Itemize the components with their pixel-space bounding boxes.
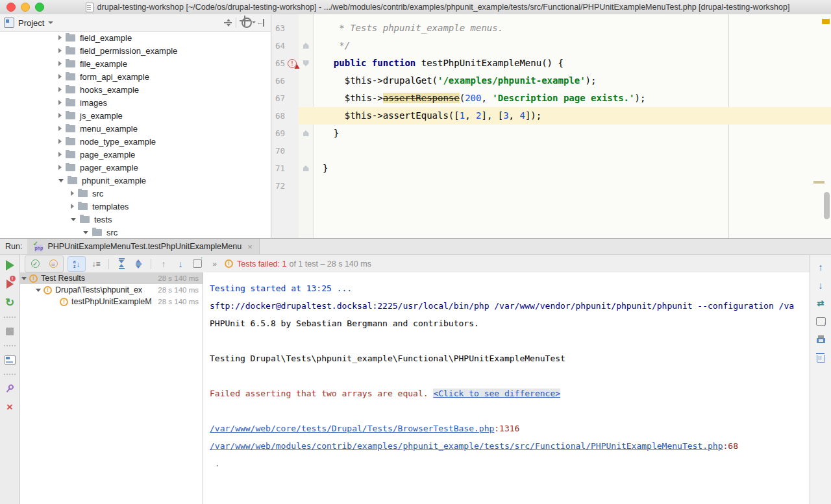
project-tree-item[interactable]: menu_example xyxy=(0,122,271,135)
fold-down-icon[interactable] xyxy=(303,60,309,66)
rerun-failed-tests-button[interactable]: ! xyxy=(6,278,14,291)
console-link[interactable]: /var/www/web/modules/contrib/examples/ph… xyxy=(210,441,723,451)
project-tree-item[interactable]: phpunit_example xyxy=(0,174,271,187)
project-tree-item[interactable]: form_api_example xyxy=(0,70,271,83)
chevron-right-icon[interactable] xyxy=(58,48,62,53)
sort-by-duration-button[interactable]: ↓≡ xyxy=(90,258,103,270)
chevron-down-icon[interactable] xyxy=(83,231,88,234)
chevron-right-icon[interactable] xyxy=(71,204,74,209)
editor-line[interactable]: 63 * Tests phpunit_example menus. xyxy=(271,19,831,37)
test-tree-row[interactable]: !testPhpUnitExampleM28 s 140 ms xyxy=(20,296,203,307)
project-tree-item[interactable]: node_type_example xyxy=(0,135,271,148)
project-tree-item[interactable]: page_example xyxy=(0,148,271,161)
sort-alphabetically-button[interactable]: az↓ xyxy=(68,256,86,272)
editor-line[interactable]: 69 } xyxy=(271,125,831,142)
editor-line[interactable]: 64 */ xyxy=(271,37,831,54)
code-text: */ xyxy=(313,37,831,54)
chevron-right-icon[interactable] xyxy=(58,165,62,170)
chevron-down-icon[interactable] xyxy=(71,218,76,221)
close-panel-button[interactable]: × xyxy=(6,401,13,414)
chevron-right-icon[interactable] xyxy=(58,113,62,118)
test-console-output[interactable]: Testing started at 13:25 ...sftp://docke… xyxy=(203,272,810,504)
scroll-from-source-button[interactable] xyxy=(222,17,234,29)
fold-column xyxy=(299,37,313,54)
editor-line[interactable]: 71} xyxy=(271,160,831,177)
test-tree-row[interactable]: !Test Results28 s 140 ms xyxy=(20,272,203,284)
project-panel: Project field_examplefield_permission_ex… xyxy=(0,14,271,238)
project-tree-item[interactable]: field_permission_example xyxy=(0,44,271,57)
clear-all-button[interactable] xyxy=(817,352,825,363)
window-zoom-button[interactable] xyxy=(35,3,44,12)
project-tree-item[interactable]: templates xyxy=(0,200,271,213)
code-segment: ); xyxy=(634,93,645,103)
editor-line[interactable]: 67 $this->assertResponse(200, 'Descripti… xyxy=(271,90,831,107)
fold-up-icon[interactable] xyxy=(303,130,309,136)
stop-button[interactable] xyxy=(6,325,14,338)
settings-gear-button[interactable] xyxy=(241,17,253,29)
hide-panel-button[interactable] xyxy=(255,17,267,29)
editor-line[interactable]: 65! public function testPhpUnitExampleMe… xyxy=(271,54,831,72)
console-text: Testing started at 13:25 ... xyxy=(210,283,352,293)
chevron-right-icon[interactable] xyxy=(58,139,62,144)
rerun-button[interactable] xyxy=(6,259,14,272)
chevron-right-icon[interactable] xyxy=(71,191,74,196)
show-passed-button[interactable]: ✓ xyxy=(29,258,42,270)
console-link[interactable]: /var/www/web/core/tests/Drupal/Tests/Bro… xyxy=(210,424,494,433)
project-tree-item[interactable]: file_example xyxy=(0,57,271,70)
project-tree-item[interactable]: js_example xyxy=(0,109,271,122)
folder-icon xyxy=(78,190,88,197)
soft-wrap-button[interactable]: ⇄ xyxy=(817,298,825,308)
next-failed-test-button[interactable]: ↓ xyxy=(174,258,187,270)
window-close-button[interactable] xyxy=(6,3,16,12)
chevron-down-icon[interactable] xyxy=(36,289,41,292)
separator xyxy=(4,317,16,318)
chevron-down-icon[interactable] xyxy=(58,179,64,182)
editor-line[interactable]: 72 xyxy=(271,177,831,195)
project-tree-item[interactable]: pager_example xyxy=(0,161,271,174)
more-actions-chevron[interactable]: » xyxy=(208,258,221,270)
test-toolbar: ✓ ≡ az↓ ↓≡ ↑ ↓ » ! Tests failed: 1 of 1 … xyxy=(20,255,831,272)
down-stack-trace-button[interactable]: ↓ xyxy=(818,280,823,290)
chevron-down-icon[interactable] xyxy=(21,277,27,280)
pin-tab-button[interactable] xyxy=(5,382,14,395)
previous-failed-test-button[interactable]: ↑ xyxy=(157,258,170,270)
close-tab-icon[interactable]: × xyxy=(247,242,253,252)
editor-line[interactable]: 68 $this->assertEquals([1, 2], [3, 4]); xyxy=(271,107,831,125)
window-minimize-button[interactable] xyxy=(21,3,30,12)
project-tree-item[interactable]: src xyxy=(0,187,271,200)
project-tree-item[interactable]: tests xyxy=(0,213,271,226)
rerun-failed-test-gutter-icon[interactable]: ! xyxy=(288,59,297,68)
print-button[interactable] xyxy=(817,334,825,344)
fold-up-icon[interactable] xyxy=(303,43,309,49)
fold-up-icon[interactable] xyxy=(303,165,309,171)
editor-line[interactable]: 66 $this->drupalGet('/examples/phpunit-e… xyxy=(271,72,831,90)
code-editor[interactable]: 63 * Tests phpunit_example menus.64 */65… xyxy=(271,14,831,238)
restore-layout-button[interactable] xyxy=(5,354,16,366)
chevron-right-icon[interactable] xyxy=(58,100,62,105)
run-configuration-tab[interactable]: ✓php PHPUnitExampleMenuTest.testPhpUnitE… xyxy=(27,239,259,254)
editor-line[interactable]: 70 xyxy=(271,142,831,160)
project-tree-item[interactable]: src xyxy=(0,226,271,238)
project-tree-item[interactable]: field_example xyxy=(0,31,271,44)
code-text: $this->assertEquals([1, 2], [3, 4]); xyxy=(313,107,831,125)
show-ignored-button[interactable]: ≡ xyxy=(47,258,60,270)
console-link[interactable]: <Click to see difference> xyxy=(433,389,560,398)
toggle-auto-test-button[interactable]: ↻ xyxy=(5,296,14,309)
chevron-right-icon[interactable] xyxy=(58,126,62,131)
import-test-results-button[interactable] xyxy=(191,258,204,270)
project-tree-item[interactable]: images xyxy=(0,96,271,109)
project-tree-item[interactable]: hooks_example xyxy=(0,83,271,96)
collapse-all-button[interactable] xyxy=(132,258,145,270)
chevron-down-icon[interactable] xyxy=(48,21,53,24)
editor-scrollbar-thumb[interactable] xyxy=(824,192,830,219)
chevron-right-icon[interactable] xyxy=(58,74,62,79)
scroll-to-end-button[interactable] xyxy=(816,316,826,326)
chevron-right-icon[interactable] xyxy=(58,61,62,66)
chevron-right-icon[interactable] xyxy=(58,35,62,40)
up-stack-trace-button[interactable]: ↑ xyxy=(818,261,823,272)
project-panel-title[interactable]: Project xyxy=(18,18,44,28)
expand-all-button[interactable] xyxy=(115,258,128,270)
chevron-right-icon[interactable] xyxy=(58,152,62,157)
chevron-right-icon[interactable] xyxy=(58,87,62,92)
test-tree-row[interactable]: !Drupal\Tests\phpunit_ex28 s 140 ms xyxy=(20,284,203,296)
